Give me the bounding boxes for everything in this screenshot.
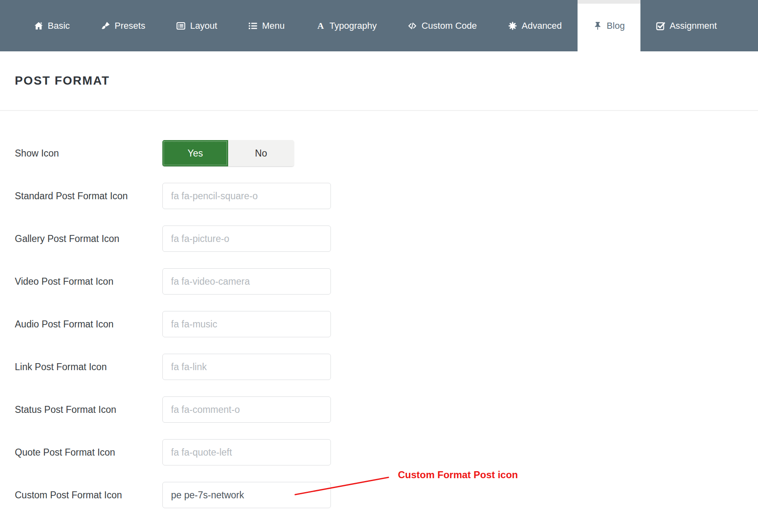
home-icon — [34, 21, 43, 30]
show-icon-row: Show Icon Yes No — [15, 140, 758, 166]
form-row: Link Post Format Icon — [15, 354, 758, 380]
tab-bar: Basic Presets Layout Menu Typography Cus… — [0, 0, 758, 51]
tab-label: Menu — [262, 21, 284, 31]
tab-custom-code[interactable]: Custom Code — [392, 0, 492, 51]
menu-list-icon — [248, 21, 257, 30]
field-label: Link Post Format Icon — [15, 362, 162, 373]
form-row: Standard Post Format Icon — [15, 183, 758, 209]
no-button[interactable]: No — [228, 140, 294, 166]
gear-icon — [508, 21, 517, 30]
code-icon — [408, 21, 417, 30]
page-title: POST FORMAT — [15, 74, 110, 88]
tab-advanced[interactable]: Advanced — [492, 0, 578, 51]
form-row: Quote Post Format Icon — [15, 439, 758, 465]
gallery-post-format-icon-input[interactable] — [162, 226, 331, 252]
paintbrush-icon — [101, 21, 110, 30]
form-row: Custom Post Format Icon — [15, 482, 758, 508]
tab-label: Assignment — [670, 21, 717, 31]
field-label: Show Icon — [15, 148, 162, 159]
form-row: Status Post Format Icon — [15, 396, 758, 423]
video-post-format-icon-input[interactable] — [162, 268, 331, 295]
pin-icon — [593, 21, 602, 30]
annotation-text: Custom Format Post icon — [398, 469, 518, 481]
tab-menu[interactable]: Menu — [233, 0, 300, 51]
layout-icon — [176, 21, 185, 30]
check-square-icon — [656, 21, 665, 30]
tab-layout[interactable]: Layout — [161, 0, 233, 51]
post-format-panel: Show Icon Yes No Standard Post Format Ic… — [0, 111, 758, 508]
field-label: Status Post Format Icon — [15, 404, 162, 415]
form-row: Gallery Post Format Icon — [15, 226, 758, 252]
show-icon-toggle: Yes No — [162, 140, 294, 166]
field-rows: Standard Post Format Icon Gallery Post F… — [15, 183, 758, 508]
tab-label: Layout — [190, 21, 217, 31]
tab-blog[interactable]: Blog — [578, 0, 640, 51]
tab-basic[interactable]: Basic — [18, 0, 86, 51]
field-label: Gallery Post Format Icon — [15, 233, 162, 244]
field-label: Standard Post Format Icon — [15, 191, 162, 202]
tab-label: Custom Code — [421, 21, 477, 31]
field-label: Custom Post Format Icon — [15, 490, 162, 501]
tab-label: Presets — [115, 21, 146, 31]
tab-assignment[interactable]: Assignment — [640, 0, 733, 51]
form-row: Video Post Format Icon — [15, 268, 758, 295]
field-label: Audio Post Format Icon — [15, 319, 162, 330]
form-row: Audio Post Format Icon — [15, 311, 758, 337]
tab-label: Basic — [48, 21, 70, 31]
template-settings-screen: Basic Presets Layout Menu Typography Cus… — [0, 0, 758, 532]
link-post-format-icon-input[interactable] — [162, 354, 331, 380]
custom-post-format-icon-input[interactable] — [162, 482, 331, 508]
tab-label: Blog — [607, 21, 625, 31]
section-header: POST FORMAT — [0, 51, 758, 111]
font-icon — [316, 21, 325, 30]
tab-typography[interactable]: Typography — [300, 0, 393, 51]
tab-label: Typography — [330, 21, 377, 31]
tab-label: Advanced — [522, 21, 562, 31]
standard-post-format-icon-input[interactable] — [162, 183, 331, 209]
field-label: Quote Post Format Icon — [15, 447, 162, 458]
quote-post-format-icon-input[interactable] — [162, 439, 331, 465]
field-label: Video Post Format Icon — [15, 276, 162, 287]
tab-presets[interactable]: Presets — [86, 0, 161, 51]
status-post-format-icon-input[interactable] — [162, 396, 331, 423]
yes-button[interactable]: Yes — [162, 140, 228, 166]
audio-post-format-icon-input[interactable] — [162, 311, 331, 337]
